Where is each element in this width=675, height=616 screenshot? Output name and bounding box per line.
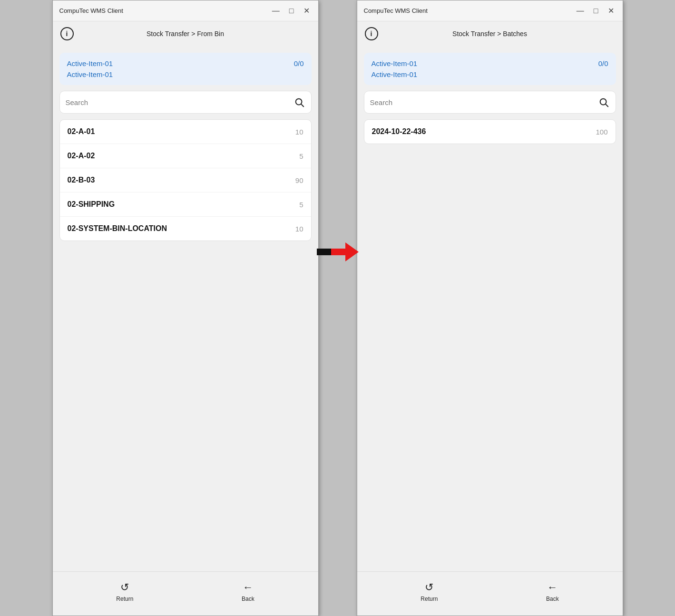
right-header-bar: i Stock Transfer > Batches: [357, 21, 623, 46]
right-search-button[interactable]: [597, 96, 610, 108]
right-item-name-2: Active-Item-01: [372, 70, 418, 78]
left-search-card: [59, 91, 312, 114]
left-maximize-button[interactable]: □: [287, 6, 296, 16]
right-item-row-2: Active-Item-01: [372, 70, 608, 78]
right-item-row-1: Active-Item-01 0/0: [372, 59, 608, 67]
right-title-bar: CompuTec WMS Client — □ ✕: [357, 0, 623, 21]
right-back-button[interactable]: ← Back: [537, 579, 568, 604]
right-header-title: Stock Transfer > Batches: [452, 30, 527, 38]
right-app-title: CompuTec WMS Client: [364, 7, 428, 14]
left-bottom-bar: ↺ Return ← Back: [53, 571, 318, 616]
right-item-count-1: 0/0: [598, 59, 608, 67]
svg-line-3: [606, 104, 608, 106]
left-return-button[interactable]: ↺ Return: [107, 579, 143, 604]
left-list-item-value-3: 5: [299, 201, 303, 209]
left-list-item-name-3: 02-SHIPPING: [68, 200, 115, 209]
left-list-item-value-0: 10: [295, 128, 303, 136]
left-back-label: Back: [242, 596, 254, 602]
transition-arrow: [317, 242, 359, 261]
svg-line-1: [301, 104, 303, 106]
right-back-icon: ←: [547, 581, 558, 594]
right-list-card: 2024-10-22-436 100: [364, 119, 616, 144]
right-item-name-1: Active-Item-01: [372, 59, 418, 67]
left-item-card: Active-Item-01 0/0 Active-Item-01: [59, 53, 312, 85]
left-back-button[interactable]: ← Back: [232, 579, 264, 604]
list-item[interactable]: 02-SYSTEM-BIN-LOCATION 10: [60, 217, 311, 241]
left-search-icon: [294, 97, 304, 107]
right-item-card: Active-Item-01 0/0 Active-Item-01: [364, 53, 616, 85]
arrow-head: [345, 242, 359, 261]
left-info-icon[interactable]: i: [60, 27, 74, 40]
left-content-area: Active-Item-01 0/0 Active-Item-01 02-A-0…: [53, 46, 318, 571]
right-list-item-value-0: 100: [596, 128, 607, 136]
left-list-item-name-1: 02-A-02: [68, 152, 95, 160]
left-item-row-1: Active-Item-01 0/0: [67, 59, 304, 67]
left-item-name-2: Active-Item-01: [67, 70, 113, 78]
left-list-item-name-0: 02-A-01: [68, 127, 95, 136]
left-return-icon: ↺: [120, 581, 129, 594]
left-window-controls: — □ ✕: [270, 6, 312, 16]
right-return-button[interactable]: ↺ Return: [411, 579, 447, 604]
list-item[interactable]: 2024-10-22-436 100: [364, 120, 616, 144]
right-bottom-bar: ↺ Return ← Back: [357, 571, 623, 616]
right-search-input[interactable]: [370, 98, 597, 106]
right-info-icon[interactable]: i: [365, 27, 378, 40]
right-return-icon: ↺: [425, 581, 433, 594]
right-back-label: Back: [546, 596, 559, 602]
right-list-item-name-0: 2024-10-22-436: [372, 127, 426, 136]
right-window-controls: — □ ✕: [575, 6, 616, 16]
left-search-button[interactable]: [293, 96, 305, 108]
left-list-item-value-1: 5: [299, 152, 303, 160]
left-list-card: 02-A-01 10 02-A-02 5 02-B-03 90 02-SHIPP…: [59, 119, 312, 241]
right-search-card: [364, 91, 616, 114]
arrow-shaft-black: [317, 249, 331, 255]
left-title-bar: CompuTec WMS Client — □ ✕: [53, 0, 318, 21]
right-content-area: Active-Item-01 0/0 Active-Item-01 2024-1…: [357, 46, 623, 571]
list-item[interactable]: 02-A-01 10: [60, 120, 311, 144]
left-item-name-1: Active-Item-01: [67, 59, 113, 67]
list-item[interactable]: 02-A-02 5: [60, 144, 311, 168]
left-list-item-value-4: 10: [295, 225, 303, 233]
right-window: CompuTec WMS Client — □ ✕ i Stock Transf…: [357, 0, 623, 616]
left-search-input[interactable]: [66, 98, 293, 106]
left-list-item-name-4: 02-SYSTEM-BIN-LOCATION: [68, 224, 167, 233]
left-list-item-name-2: 02-B-03: [68, 176, 95, 184]
left-window: CompuTec WMS Client — □ ✕ i Stock Transf…: [52, 0, 319, 616]
right-return-label: Return: [421, 596, 438, 602]
right-maximize-button[interactable]: □: [592, 6, 600, 16]
left-return-label: Return: [116, 596, 133, 602]
left-header-bar: i Stock Transfer > From Bin: [53, 21, 318, 46]
left-item-count-1: 0/0: [294, 59, 304, 67]
left-app-title: CompuTec WMS Client: [59, 7, 123, 14]
right-minimize-button[interactable]: —: [575, 6, 586, 16]
right-close-button[interactable]: ✕: [606, 6, 616, 16]
arrow-shaft-red: [331, 249, 345, 255]
left-header-title: Stock Transfer > From Bin: [147, 30, 224, 38]
left-minimize-button[interactable]: —: [270, 6, 282, 16]
left-back-icon: ←: [243, 581, 253, 594]
left-list-item-value-2: 90: [295, 176, 303, 184]
list-item[interactable]: 02-SHIPPING 5: [60, 192, 311, 217]
right-search-icon: [598, 97, 609, 107]
left-close-button[interactable]: ✕: [302, 6, 312, 16]
list-item[interactable]: 02-B-03 90: [60, 168, 311, 192]
left-item-row-2: Active-Item-01: [67, 70, 304, 78]
arrow-container: [319, 0, 357, 616]
